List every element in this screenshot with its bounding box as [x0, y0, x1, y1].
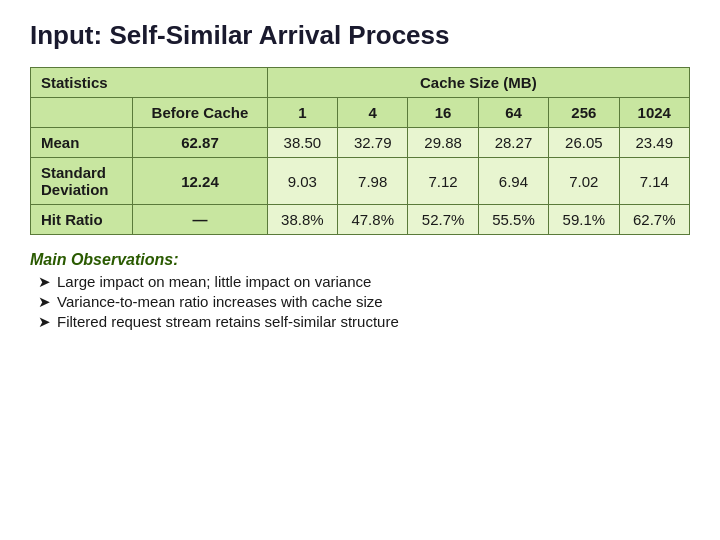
hitratio-256: 59.1%	[549, 205, 619, 235]
arrow-icon-3: ➤	[38, 313, 51, 331]
mean-16: 29.88	[408, 128, 478, 158]
mean-1024: 23.49	[619, 128, 689, 158]
table-row-stddev: StandardDeviation 12.24 9.03 7.98 7.12 6…	[31, 158, 690, 205]
hitratio-64: 55.5%	[478, 205, 548, 235]
hitratio-1024: 62.7%	[619, 205, 689, 235]
hitratio-before: —	[133, 205, 267, 235]
stddev-64: 6.94	[478, 158, 548, 205]
statistics-header: Statistics	[31, 68, 268, 98]
stddev-4: 7.98	[338, 158, 408, 205]
arrow-icon-2: ➤	[38, 293, 51, 311]
table-row-hitratio: Hit Ratio — 38.8% 47.8% 52.7% 55.5% 59.1…	[31, 205, 690, 235]
hitratio-1: 38.8%	[267, 205, 337, 235]
table-row-mean: Mean 62.87 38.50 32.79 29.88 28.27 26.05…	[31, 128, 690, 158]
mean-4: 32.79	[338, 128, 408, 158]
obs-text-2: Variance-to-mean ratio increases with ca…	[57, 293, 383, 310]
stddev-before: 12.24	[133, 158, 267, 205]
col-16-header: 16	[408, 98, 478, 128]
stddev-label: StandardDeviation	[31, 158, 133, 205]
arrow-icon-1: ➤	[38, 273, 51, 291]
stddev-256: 7.02	[549, 158, 619, 205]
mean-1: 38.50	[267, 128, 337, 158]
mean-before: 62.87	[133, 128, 267, 158]
observations-section: Main Observations: ➤ Large impact on mea…	[30, 251, 690, 331]
obs-item-2: ➤ Variance-to-mean ratio increases with …	[38, 293, 690, 311]
obs-item-3: ➤ Filtered request stream retains self-s…	[38, 313, 690, 331]
col-1024-header: 1024	[619, 98, 689, 128]
blank-header	[31, 98, 133, 128]
col-64-header: 64	[478, 98, 548, 128]
obs-item-1: ➤ Large impact on mean; little impact on…	[38, 273, 690, 291]
observations-title: Main Observations:	[30, 251, 690, 269]
col-4-header: 4	[338, 98, 408, 128]
col-256-header: 256	[549, 98, 619, 128]
table-header-row-1: Statistics Cache Size (MB)	[31, 68, 690, 98]
cache-size-header: Cache Size (MB)	[267, 68, 689, 98]
hitratio-16: 52.7%	[408, 205, 478, 235]
mean-64: 28.27	[478, 128, 548, 158]
table-header-row-2: Before Cache 1 4 16 64 256 1024	[31, 98, 690, 128]
before-cache-header: Before Cache	[133, 98, 267, 128]
mean-256: 26.05	[549, 128, 619, 158]
hitratio-4: 47.8%	[338, 205, 408, 235]
data-table: Statistics Cache Size (MB) Before Cache …	[30, 67, 690, 235]
stddev-16: 7.12	[408, 158, 478, 205]
col-1-header: 1	[267, 98, 337, 128]
stddev-1: 9.03	[267, 158, 337, 205]
obs-text-3: Filtered request stream retains self-sim…	[57, 313, 399, 330]
stddev-1024: 7.14	[619, 158, 689, 205]
page-title: Input: Self-Similar Arrival Process	[30, 20, 690, 51]
hitratio-label: Hit Ratio	[31, 205, 133, 235]
mean-label: Mean	[31, 128, 133, 158]
obs-text-1: Large impact on mean; little impact on v…	[57, 273, 371, 290]
